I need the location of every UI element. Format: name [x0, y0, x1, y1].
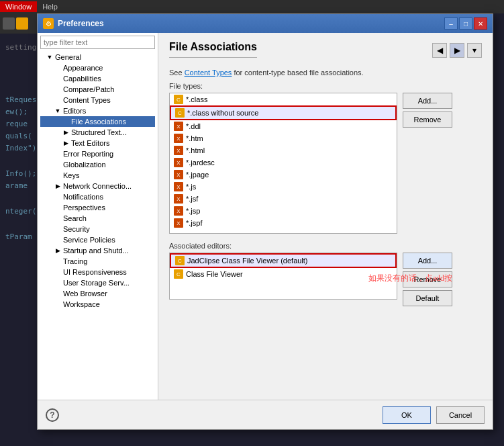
ok-button[interactable]: OK [383, 406, 431, 424]
tree-item-workspace[interactable]: Workspace [40, 299, 155, 310]
tree-label-search: Search [63, 214, 87, 222]
assoc-editors-label: Associated editors: [169, 242, 482, 250]
tree-item-content-types[interactable]: Content Types [40, 95, 155, 105]
file-type-ddl-label: *.ddl [186, 122, 201, 130]
maximize-button[interactable]: □ [459, 17, 472, 30]
titlebar-controls: – □ ✕ [444, 17, 487, 30]
cancel-button[interactable]: Cancel [436, 406, 485, 424]
class-icon: C [174, 95, 183, 104]
file-type-jspf[interactable]: X *.jspf [170, 217, 397, 229]
tree-label-general: General [55, 53, 81, 61]
tree-item-search[interactable]: Search [40, 213, 155, 224]
tree-label-capabilities: Capabilities [63, 75, 101, 83]
tree-item-globalization[interactable]: Globalization [40, 159, 155, 170]
editor-jadclipse[interactable]: C JadClipse Class File Viewer (default) [170, 253, 397, 268]
file-type-ddl[interactable]: X *.ddl [170, 120, 397, 132]
expander-compare [54, 85, 62, 93]
nav-forward-button[interactable]: ▶ [450, 43, 464, 58]
main-toolbar [0, 13, 37, 34]
default-editor-button[interactable]: Default [403, 290, 452, 306]
htm-icon: X [174, 134, 183, 143]
assoc-editors-listbox[interactable]: C JadClipse Class File Viewer (default) … [169, 253, 397, 300]
jsf-icon: X [174, 194, 183, 204]
file-type-class-nosrc[interactable]: C *.class without source [170, 105, 397, 120]
tree-item-web-browser[interactable]: Web Browser [40, 288, 155, 299]
dialog-icon: ⚙ [43, 18, 54, 29]
tree-panel: ▼ General Appearance Capabilities Compar… [38, 33, 158, 400]
file-type-class[interactable]: C *.class [170, 93, 397, 105]
file-types-listbox[interactable]: C *.class C *.class without source X *.d… [169, 93, 397, 234]
tree-label-error-reporting: Error Reporting [63, 150, 113, 158]
tree-label-notifications: Notifications [63, 193, 103, 201]
expander-text-editors: ▶ [62, 139, 70, 147]
tree-item-compare-patch[interactable]: Compare/Patch [40, 84, 155, 95]
menu-help[interactable]: Help [37, 1, 63, 12]
tree-item-perspectives[interactable]: Perspectives [40, 202, 155, 213]
tree-item-startup[interactable]: ▶ Startup and Shutd... [40, 245, 155, 256]
add-file-type-button[interactable]: Add... [403, 93, 452, 109]
menu-bar: Window Help [0, 0, 504, 13]
minimize-button[interactable]: – [444, 17, 458, 30]
tree-label-perspectives: Perspectives [63, 204, 105, 212]
tree-item-network[interactable]: ▶ Network Connectio... [40, 181, 155, 191]
tree-label-editors: Editors [63, 107, 86, 115]
tree-item-notifications[interactable]: Notifications [40, 191, 155, 202]
tree-item-keys[interactable]: Keys [40, 170, 155, 181]
remove-file-type-button[interactable]: Remove [403, 112, 452, 128]
file-type-jardesc-label: *.jardesc [186, 159, 215, 167]
menu-window[interactable]: Window [0, 1, 37, 12]
expander-editors: ▼ [54, 107, 62, 115]
tree-item-service-policies[interactable]: Service Policies [40, 234, 155, 245]
add-editor-button[interactable]: Add... [403, 253, 452, 269]
html-icon: X [174, 146, 183, 155]
tree-item-tracing[interactable]: Tracing [40, 256, 155, 267]
tree-item-error-reporting[interactable]: Error Reporting [40, 148, 155, 159]
tree-item-ui-responsiveness[interactable]: UI Responsiveness [40, 267, 155, 277]
file-type-jsf[interactable]: X *.jsf [170, 193, 397, 205]
file-type-jardesc[interactable]: X *.jardesc [170, 157, 397, 169]
tree-label-service: Service Policies [63, 236, 115, 244]
expander-workspace [54, 300, 62, 308]
tree-label-security: Security [63, 225, 90, 233]
file-type-class-label: *.class [186, 95, 207, 103]
nav-back-button[interactable]: ◀ [432, 43, 447, 58]
expander-web-browser [54, 289, 62, 298]
desc-prefix: See [169, 69, 185, 77]
tree-item-structured-text[interactable]: ▶ Structured Text... [40, 127, 155, 138]
file-type-jsp[interactable]: X *.jsp [170, 205, 397, 217]
editor-classviewer-label: Class File Viewer [186, 270, 243, 278]
file-type-htm[interactable]: X *.htm [170, 132, 397, 144]
help-button[interactable]: ? [46, 408, 59, 422]
expander-ui [54, 268, 62, 276]
file-type-js-label: *.js [186, 183, 196, 191]
close-button[interactable]: ✕ [474, 17, 487, 30]
classviewer-icon: C [174, 269, 183, 279]
tree-item-capabilities[interactable]: Capabilities [40, 73, 155, 84]
tree-item-editors[interactable]: ▼ Editors [40, 105, 155, 116]
tree-item-appearance[interactable]: Appearance [40, 62, 155, 73]
file-type-html[interactable]: X *.html [170, 144, 397, 157]
file-type-jpage[interactable]: X *.jpage [170, 169, 397, 181]
file-type-js[interactable]: X *.js [170, 181, 397, 193]
filter-input[interactable] [40, 36, 155, 49]
tree-item-file-associations[interactable]: File Associations [40, 116, 155, 127]
tree-label-ui: UI Responsiveness [63, 268, 127, 276]
expander-user-storage [54, 279, 62, 287]
expander-content-types [54, 96, 62, 104]
file-type-jpage-label: *.jpage [186, 171, 209, 179]
jpage-icon: X [174, 170, 183, 179]
tree-item-general[interactable]: ▼ General [40, 52, 155, 62]
ddl-icon: X [174, 122, 183, 131]
tree-item-security[interactable]: Security [40, 224, 155, 234]
tree-label-tracing: Tracing [63, 257, 87, 265]
tree-label-appearance: Appearance [63, 64, 103, 72]
dialog-titlebar: ⚙ Preferences – □ ✕ [38, 14, 493, 33]
section-description: See Content Types for content-type based… [169, 69, 482, 77]
content-types-link[interactable]: Content Types [185, 69, 232, 77]
tree-item-text-editors[interactable]: ▶ Text Editors [40, 138, 155, 148]
editor-classviewer[interactable]: C Class File Viewer [170, 268, 397, 280]
nav-menu-button[interactable]: ▾ [467, 43, 482, 58]
tree-label-text-editors: Text Editors [71, 139, 109, 147]
toolbar-icon-1 [3, 17, 15, 30]
tree-item-user-storage[interactable]: User Storage Serv... [40, 277, 155, 288]
